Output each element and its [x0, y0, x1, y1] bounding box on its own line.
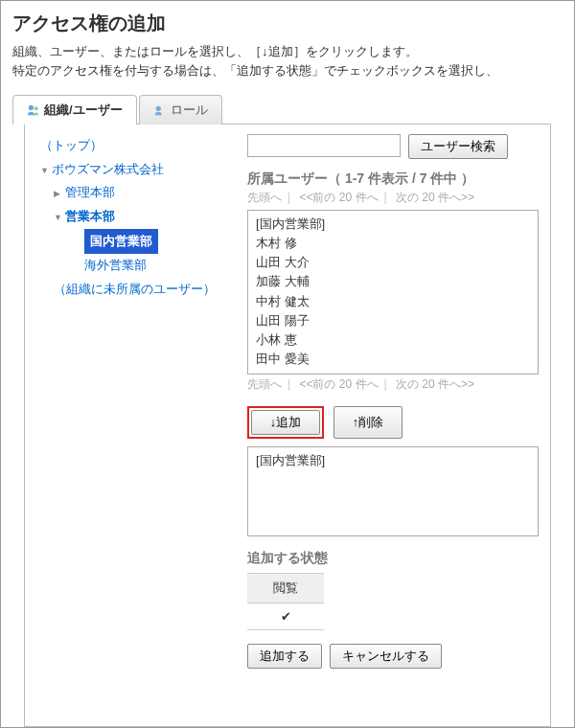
content: （トップ） ボウズマン株式会社 管理本部 営業本部 国内営業部 海外営業部 （組… — [24, 124, 551, 727]
action-row: ↓追加 ↑削除 — [247, 406, 539, 439]
caret-down-icon — [54, 205, 65, 229]
user-list[interactable]: [国内営業部] 木村 修 山田 大介 加藤 大輔 中村 健太 山田 陽子 小林 … — [247, 210, 539, 375]
svg-point-2 — [155, 106, 160, 111]
list-item[interactable]: [国内営業部] — [256, 451, 530, 470]
submit-button[interactable]: 追加する — [247, 644, 322, 669]
check-icon: ✔ — [281, 609, 291, 624]
tree-domestic[interactable]: 国内営業部 — [34, 229, 230, 255]
tab-role-label: ロール — [171, 102, 208, 119]
tree-admin[interactable]: 管理本部 — [34, 181, 230, 205]
page-root: アクセス権の追加 組織、ユーザー、またはロールを選択し、［↓追加］をクリックしま… — [0, 0, 575, 728]
list-item[interactable]: 山田 陽子 — [256, 311, 530, 330]
tab-role[interactable]: ロール — [139, 95, 222, 125]
pager-first[interactable]: 先頭へ — [247, 191, 282, 204]
list-item[interactable]: 中村 健太 — [256, 292, 530, 311]
remove-button[interactable]: ↑削除 — [334, 406, 402, 439]
pager-first[interactable]: 先頭へ — [247, 377, 282, 391]
people-icon — [27, 103, 40, 117]
svg-point-1 — [34, 106, 38, 110]
caret-right-icon — [54, 181, 65, 205]
page-description: 組織、ユーザー、またはロールを選択し、［↓追加］をクリックします。 特定のアクセ… — [12, 42, 563, 80]
list-item[interactable]: [国内営業部] — [256, 215, 530, 234]
tree-top[interactable]: （トップ） — [34, 134, 230, 158]
tab-org-user-label: 組織/ユーザー — [44, 102, 123, 119]
status-table: 閲覧 ✔ — [247, 573, 324, 630]
pager-bottom: 先頭へ| <<前の 20 件へ| 次の 20 件へ>> — [247, 376, 539, 393]
pager-top: 先頭へ| <<前の 20 件へ| 次の 20 件へ>> — [247, 190, 539, 206]
role-icon — [153, 103, 167, 117]
pager-next[interactable]: 次の 20 件へ>> — [396, 191, 474, 204]
pager-prev[interactable]: <<前の 20 件へ — [299, 191, 378, 204]
status-col-view: 閲覧 — [247, 574, 324, 603]
status-check-view[interactable]: ✔ — [247, 603, 324, 630]
status-section: 追加する状態 閲覧 ✔ — [247, 550, 539, 630]
search-input[interactable] — [247, 134, 401, 157]
status-heading: 追加する状態 — [247, 550, 539, 567]
pager-prev[interactable]: <<前の 20 件へ — [299, 377, 378, 391]
caret-down-icon — [40, 158, 52, 182]
list-item[interactable]: 田中 愛美 — [256, 350, 530, 369]
footer-actions: 追加する キャンセルする — [247, 644, 539, 669]
tabs: 組織/ユーザー ロール （トップ） ボウズマン株式会社 管理本部 営業本部 国内… — [1, 95, 574, 728]
list-item[interactable]: 山田 大介 — [256, 253, 530, 272]
right-pane: ユーザー検索 所属ユーザー（ 1-7 件表示 / 7 件中 ） 先頭へ| <<前… — [236, 125, 550, 726]
tree-sales[interactable]: 営業本部 — [34, 205, 230, 229]
tree-company[interactable]: ボウズマン株式会社 — [34, 158, 230, 182]
add-button[interactable]: ↓追加 — [251, 410, 320, 435]
list-item[interactable]: 加藤 大輔 — [256, 272, 530, 291]
list-item[interactable]: 小林 恵 — [256, 330, 530, 350]
page-title: アクセス権の追加 — [12, 11, 563, 36]
header: アクセス権の追加 組織、ユーザー、またはロールを選択し、［↓追加］をクリックしま… — [1, 1, 574, 87]
svg-point-0 — [29, 105, 34, 110]
add-highlight: ↓追加 — [247, 406, 324, 439]
pager-next[interactable]: 次の 20 件へ>> — [396, 377, 474, 391]
tab-org-user[interactable]: 組織/ユーザー — [12, 95, 137, 125]
tree-overseas[interactable]: 海外営業部 — [34, 254, 230, 278]
org-tree: （トップ） ボウズマン株式会社 管理本部 営業本部 国内営業部 海外営業部 （組… — [25, 125, 236, 726]
users-heading: 所属ユーザー（ 1-7 件表示 / 7 件中 ） — [247, 171, 539, 188]
list-item[interactable]: 木村 修 — [256, 234, 530, 253]
tree-unassigned[interactable]: （組織に未所属のユーザー） — [34, 278, 230, 302]
selected-list[interactable]: [国内営業部] — [247, 446, 539, 536]
cancel-button[interactable]: キャンセルする — [330, 644, 442, 669]
user-search-button[interactable]: ユーザー検索 — [408, 134, 508, 159]
